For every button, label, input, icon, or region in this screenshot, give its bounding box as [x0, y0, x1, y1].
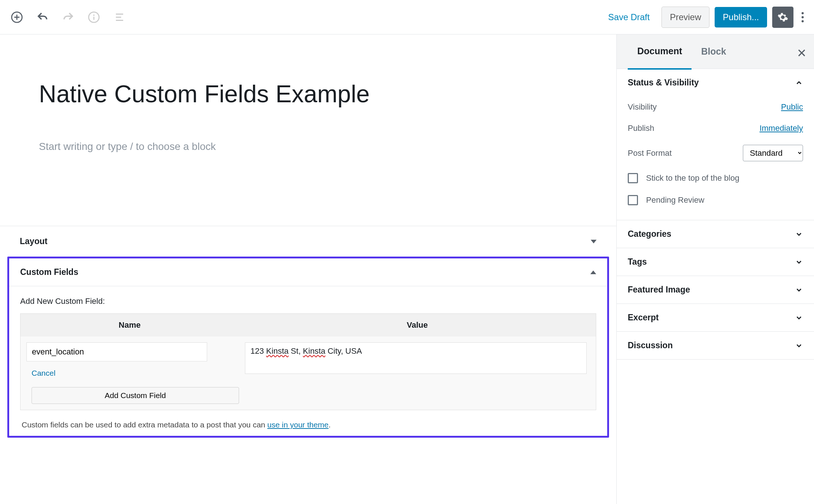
panel-tags-header[interactable]: Tags	[617, 248, 814, 276]
document-sidebar: Document Block ✕ Status & Visibility Vis…	[616, 34, 814, 504]
publish-value[interactable]: Immediately	[759, 124, 803, 133]
editor-toolbar: Save Draft Preview Publish...	[0, 0, 814, 34]
chevron-down-icon	[795, 314, 803, 322]
chevron-down-icon	[591, 240, 597, 243]
publish-label: Publish	[628, 124, 654, 133]
chevron-down-icon	[795, 286, 803, 294]
panel-tags-title: Tags	[628, 257, 647, 267]
cf-table-head: Name Value	[21, 314, 596, 336]
cf-col-name: Name	[21, 314, 239, 336]
panel-categories: Categories	[617, 220, 814, 248]
chevron-down-icon	[795, 342, 803, 350]
panel-status-title: Status & Visibility	[628, 78, 699, 88]
gear-icon	[777, 11, 788, 24]
svg-point-2	[93, 14, 95, 16]
tab-document[interactable]: Document	[628, 34, 692, 70]
cf-col-value: Value	[239, 314, 596, 336]
redo-icon[interactable]	[62, 11, 75, 24]
panel-featured-header[interactable]: Featured Image	[617, 276, 814, 303]
metabox-area: Layout Custom Fields Add New Custom Fiel…	[0, 226, 616, 441]
panel-excerpt: Excerpt	[617, 304, 814, 332]
tab-block[interactable]: Block	[692, 34, 736, 69]
save-draft-link[interactable]: Save Draft	[602, 7, 656, 27]
panel-excerpt-header[interactable]: Excerpt	[617, 304, 814, 331]
outline-icon[interactable]	[113, 11, 126, 24]
post-format-label: Post Format	[628, 148, 672, 158]
panel-discussion-title: Discussion	[628, 341, 673, 350]
sidebar-tabs: Document Block ✕	[617, 34, 814, 69]
panel-discussion: Discussion	[617, 332, 814, 360]
chevron-up-icon	[590, 271, 596, 274]
add-custom-field-button[interactable]: Add Custom Field	[32, 387, 239, 404]
info-icon[interactable]	[87, 11, 100, 24]
post-format-select[interactable]: Standard	[743, 145, 803, 161]
cf-value-input[interactable]: 123 Kinsta St, Kinsta City, USA	[245, 342, 587, 374]
cf-name-input[interactable]	[26, 342, 207, 361]
cf-footer-link[interactable]: use in your theme	[267, 420, 329, 429]
panel-categories-title: Categories	[628, 229, 671, 239]
chevron-down-icon	[795, 258, 803, 266]
panel-status-body: Visibility Public Publish Immediately Po…	[617, 96, 814, 220]
editor-content: Native Custom Fields Example Start writi…	[0, 34, 616, 163]
row-publish: Publish Immediately	[628, 118, 803, 139]
cf-cell-name: Cancel Add Custom Field	[26, 342, 239, 404]
metabox-custom-fields: Custom Fields Add New Custom Field: Name…	[7, 257, 609, 438]
publish-button[interactable]: Publish...	[715, 7, 767, 27]
row-visibility: Visibility Public	[628, 96, 803, 118]
custom-fields-title: Custom Fields	[20, 267, 78, 277]
panel-featured-title: Featured Image	[628, 285, 690, 295]
chevron-down-icon	[795, 230, 803, 238]
metabox-layout-title: Layout	[20, 236, 47, 246]
custom-fields-table: Name Value Cancel Add Custom Field 123 K…	[20, 313, 596, 410]
post-title[interactable]: Native Custom Fields Example	[39, 80, 578, 108]
stick-checkbox[interactable]	[628, 173, 638, 183]
custom-fields-subtitle: Add New Custom Field:	[20, 297, 596, 306]
cf-footer: Custom fields can be used to add extra m…	[20, 420, 596, 429]
panel-categories-header[interactable]: Categories	[617, 220, 814, 248]
custom-fields-header[interactable]: Custom Fields	[9, 258, 607, 286]
toolbar-left	[7, 11, 126, 24]
editor-area: Native Custom Fields Example Start writi…	[0, 34, 616, 504]
row-post-format: Post Format Standard	[628, 139, 803, 167]
block-placeholder[interactable]: Start writing or type / to choose a bloc…	[39, 141, 578, 152]
visibility-label: Visibility	[628, 102, 657, 112]
pending-checkbox[interactable]	[628, 195, 638, 205]
add-block-icon[interactable]	[10, 11, 23, 24]
close-sidebar-icon[interactable]: ✕	[797, 46, 807, 60]
pending-label: Pending Review	[646, 195, 704, 205]
more-options-button[interactable]	[799, 12, 807, 22]
panel-status-header[interactable]: Status & Visibility	[617, 69, 814, 96]
panel-status-visibility: Status & Visibility Visibility Public Pu…	[617, 69, 814, 220]
cf-row: Cancel Add Custom Field 123 Kinsta St, K…	[21, 336, 596, 410]
panel-excerpt-title: Excerpt	[628, 313, 659, 323]
metabox-layout-header[interactable]: Layout	[7, 226, 609, 257]
toolbar-right: Save Draft Preview Publish...	[602, 7, 807, 28]
settings-button[interactable]	[772, 7, 793, 28]
custom-fields-body: Add New Custom Field: Name Value Cancel …	[9, 286, 607, 429]
stick-label: Stick to the top of the blog	[646, 173, 739, 183]
panel-featured-image: Featured Image	[617, 276, 814, 304]
row-stick-top: Stick to the top of the blog	[628, 167, 803, 189]
row-pending-review: Pending Review	[628, 189, 803, 211]
metabox-layout: Layout	[7, 226, 609, 257]
panel-discussion-header[interactable]: Discussion	[617, 332, 814, 359]
main-layout: Native Custom Fields Example Start writi…	[0, 34, 814, 504]
visibility-value[interactable]: Public	[781, 102, 803, 112]
cf-cell-value: 123 Kinsta St, Kinsta City, USA	[245, 342, 590, 404]
chevron-up-icon	[795, 79, 803, 87]
panel-tags: Tags	[617, 248, 814, 276]
cf-cancel-link[interactable]: Cancel	[26, 369, 239, 378]
undo-icon[interactable]	[36, 11, 49, 24]
preview-button[interactable]: Preview	[661, 7, 710, 28]
